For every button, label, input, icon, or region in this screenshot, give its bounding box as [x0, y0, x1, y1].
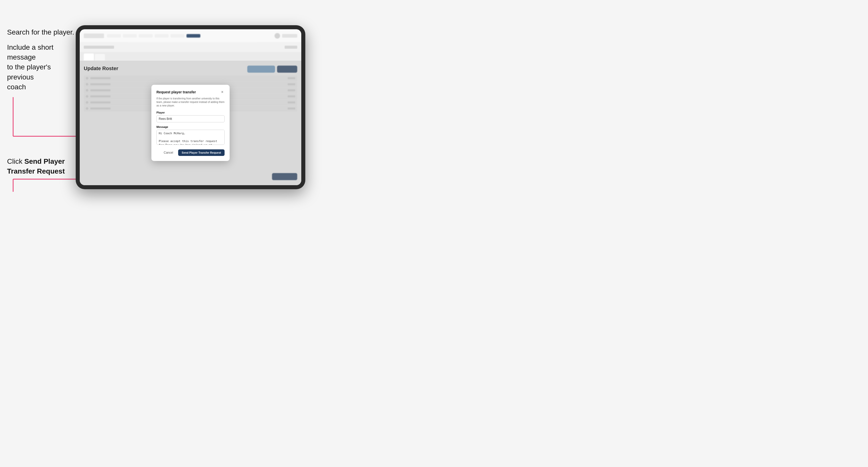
- app-logo: [84, 34, 104, 38]
- nav-analytics: [139, 34, 153, 38]
- tab-bar: [80, 52, 301, 61]
- annotation-message: Include a short messageto the player's p…: [7, 42, 73, 92]
- modal-footer: Cancel Send Player Transfer Request: [156, 149, 224, 156]
- app-header: [80, 29, 301, 42]
- tablet-screen: Update Roster: [80, 29, 301, 185]
- message-label: Message: [156, 125, 224, 128]
- modal-close-button[interactable]: ×: [220, 90, 224, 94]
- tab-roster: [84, 54, 94, 61]
- cancel-button[interactable]: Cancel: [161, 149, 176, 156]
- main-content: Update Roster: [80, 61, 301, 185]
- header-avatar: [275, 33, 280, 39]
- header-add-btn: [282, 34, 297, 38]
- header-right: [275, 33, 297, 39]
- send-transfer-button[interactable]: Send Player Transfer Request: [178, 149, 224, 156]
- tab-stats: [95, 54, 105, 61]
- breadcrumb: [84, 46, 114, 49]
- modal-header: Request player transfer ×: [156, 90, 224, 94]
- player-label: Player: [156, 111, 224, 114]
- nav-roster: [155, 34, 168, 38]
- nav-team: [123, 34, 137, 38]
- nav-tournaments: [107, 34, 121, 38]
- annotation-search: Search for the player.: [7, 27, 74, 37]
- nav-more: [170, 34, 184, 38]
- header-nav: [107, 34, 272, 38]
- annotation-click: Click Send PlayerTransfer Request: [7, 156, 73, 176]
- sub-header-action: [285, 46, 297, 49]
- request-transfer-modal: Request player transfer × If the player …: [151, 85, 229, 161]
- tablet-device: Update Roster: [76, 25, 305, 189]
- sub-header: [80, 42, 301, 52]
- modal-overlay: Request player transfer × If the player …: [80, 61, 301, 185]
- message-textarea[interactable]: Hi Coach McHarg, Please accept this tran…: [156, 130, 224, 145]
- modal-description: If the player is transferring from anoth…: [156, 97, 224, 107]
- player-input[interactable]: [156, 115, 224, 122]
- nav-active: [186, 34, 200, 38]
- modal-title: Request player transfer: [156, 90, 196, 94]
